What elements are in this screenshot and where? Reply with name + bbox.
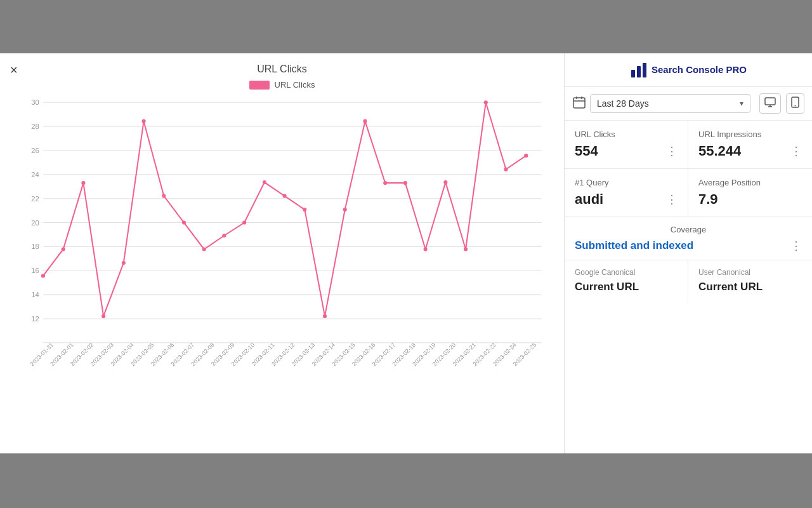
data-point: [141, 119, 145, 123]
app-header: Search Console PRO: [565, 53, 812, 87]
url-clicks-line: [43, 102, 526, 316]
data-point: [343, 208, 347, 211]
data-point: [484, 100, 488, 104]
coverage-menu-button[interactable]: ⋮: [790, 240, 802, 251]
mobile-button[interactable]: [786, 93, 804, 114]
metrics-row-2: #1 Query audi ⋮ Average Position 7.9: [565, 169, 812, 217]
user-canonical-value: Current URL: [698, 281, 802, 293]
data-point: [403, 181, 407, 185]
data-point: [464, 247, 468, 251]
user-canonical-label: User Canonical: [698, 268, 802, 277]
data-point: [202, 247, 206, 251]
data-point: [162, 194, 166, 198]
svg-text:28: 28: [31, 123, 39, 130]
data-point: [363, 119, 367, 123]
svg-text:22: 22: [31, 195, 39, 203]
url-impressions-menu-button[interactable]: ⋮: [790, 145, 802, 157]
legend-color-indicator: [249, 81, 270, 90]
right-panel: Search Console PRO Last 28 Days ▾: [565, 53, 812, 453]
google-canonical-cell: Google Canonical Current URL: [565, 260, 688, 301]
google-canonical-label: Google Canonical: [575, 268, 678, 277]
data-point: [424, 247, 428, 251]
data-point: [122, 261, 126, 265]
data-point: [81, 181, 85, 185]
data-point: [323, 314, 327, 318]
data-point: [263, 180, 266, 184]
device-icons: [759, 93, 804, 114]
chart-area: 30 28 26 24 22 20 18 16 14 12: [13, 96, 551, 375]
svg-rect-46: [631, 70, 635, 77]
line-chart: 30 28 26 24 22 20 18 16 14 12: [13, 96, 551, 375]
date-range-text: Last 28 Days: [597, 98, 649, 109]
logo-icon: [630, 61, 648, 79]
svg-text:14: 14: [31, 291, 39, 298]
url-clicks-value: 554: [575, 143, 598, 159]
data-point: [283, 194, 287, 198]
svg-text:12: 12: [31, 315, 39, 323]
avg-position-value: 7.9: [698, 191, 718, 208]
query-cell: #1 Query audi ⋮: [565, 169, 688, 217]
query-value: audi: [575, 191, 603, 208]
data-point: [182, 220, 186, 224]
data-point: [102, 314, 105, 318]
coverage-section: Coverage Submitted and indexed ⋮: [565, 217, 812, 260]
date-bar: Last 28 Days ▾: [565, 87, 812, 121]
avg-position-cell: Average Position 7.9: [688, 169, 812, 217]
coverage-value: Submitted and indexed: [575, 239, 693, 252]
chart-title: URL Clicks: [13, 64, 551, 75]
svg-text:30: 30: [31, 98, 39, 106]
query-label: #1 Query: [575, 178, 678, 187]
avg-position-label: Average Position: [698, 178, 802, 187]
svg-rect-49: [573, 98, 585, 108]
url-impressions-label: URL Impressions: [698, 130, 802, 139]
data-point: [41, 274, 45, 277]
svg-text:26: 26: [31, 147, 39, 154]
svg-text:18: 18: [31, 243, 39, 250]
close-button[interactable]: ×: [10, 64, 18, 76]
data-point: [383, 181, 387, 185]
legend-label: URL Clicks: [275, 80, 315, 90]
data-point: [524, 154, 528, 157]
data-point: [242, 220, 246, 224]
desktop-button[interactable]: [759, 93, 781, 114]
data-point: [443, 180, 447, 184]
data-point: [62, 247, 65, 251]
data-point: [222, 234, 226, 237]
svg-rect-47: [637, 66, 641, 77]
chevron-down-icon: ▾: [740, 99, 743, 108]
svg-text:24: 24: [31, 171, 39, 178]
calendar-icon: [572, 95, 586, 112]
url-impressions-value: 55.244: [698, 143, 741, 159]
svg-text:20: 20: [31, 219, 39, 227]
chart-panel: × URL Clicks URL Clicks 30: [0, 53, 565, 453]
coverage-label: Coverage: [575, 225, 802, 234]
query-menu-button[interactable]: ⋮: [666, 194, 678, 205]
user-canonical-cell: User Canonical Current URL: [688, 260, 812, 301]
svg-text:16: 16: [31, 267, 39, 274]
chart-legend: URL Clicks: [13, 80, 551, 90]
google-canonical-value: Current URL: [575, 281, 678, 293]
url-clicks-cell: URL Clicks 554 ⋮: [565, 121, 688, 168]
svg-rect-48: [643, 63, 646, 77]
url-clicks-label: URL Clicks: [575, 130, 678, 139]
url-clicks-menu-button[interactable]: ⋮: [666, 145, 678, 157]
metrics-row-1: URL Clicks 554 ⋮ URL Impressions 55.244 …: [565, 121, 812, 169]
canonical-grid: Google Canonical Current URL User Canoni…: [565, 260, 812, 301]
logo-text: Search Console PRO: [652, 65, 747, 76]
app-title: Search Console PRO: [652, 65, 747, 76]
svg-rect-53: [765, 98, 775, 105]
data-point: [504, 168, 508, 171]
data-point: [303, 208, 306, 211]
logo: Search Console PRO: [630, 61, 747, 79]
date-selector[interactable]: Last 28 Days ▾: [590, 94, 750, 113]
url-impressions-cell: URL Impressions 55.244 ⋮: [688, 121, 812, 168]
svg-point-57: [795, 105, 796, 107]
